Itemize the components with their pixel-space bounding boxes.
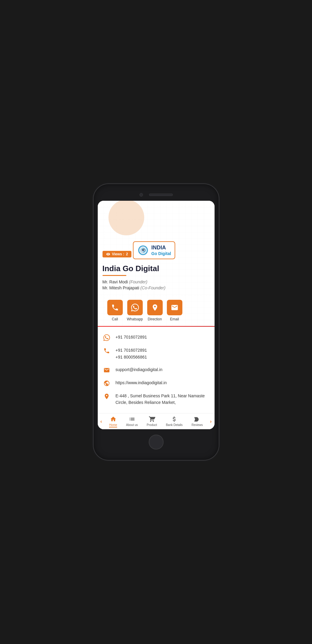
whatsapp-row: +91 7016072891 xyxy=(103,331,210,344)
nav-right-arrow[interactable]: › xyxy=(207,419,215,424)
website-icon xyxy=(103,379,111,387)
name-underline xyxy=(103,275,126,276)
nav-about[interactable]: About us xyxy=(125,416,139,427)
email-contact-icon xyxy=(103,366,111,373)
phone1: +91 7016072891 xyxy=(116,347,147,353)
phone-icon xyxy=(111,304,119,311)
bank-nav-icon xyxy=(171,416,178,422)
phone-numbers: +91 7016072891 +91 8000566861 xyxy=(116,347,147,360)
nav-home-label: Home xyxy=(109,423,117,427)
about-nav-icon xyxy=(129,416,135,422)
email-button[interactable] xyxy=(167,300,182,315)
logo-svg xyxy=(137,244,149,256)
header-section: Views : 2 INDIA Go Digital xyxy=(98,201,215,326)
email-label: Email xyxy=(170,317,179,321)
email-address: support@indiagodigital.in xyxy=(116,366,162,373)
call-button[interactable] xyxy=(107,300,123,315)
whatsapp-label: Whatsapp xyxy=(127,317,143,321)
eye-icon xyxy=(106,252,110,256)
email-icon xyxy=(171,304,178,311)
phone-speaker xyxy=(149,194,173,196)
call-action[interactable]: Call xyxy=(107,300,123,321)
whatsapp-contact-icon xyxy=(103,334,111,341)
whatsapp-icon xyxy=(131,304,139,311)
direction-action[interactable]: Direction xyxy=(147,300,163,321)
whatsapp-button[interactable] xyxy=(127,300,143,315)
nav-bank[interactable]: Bank Details xyxy=(165,416,184,427)
product-nav-icon xyxy=(149,416,155,422)
call-label: Call xyxy=(112,317,118,321)
bg-decoration xyxy=(108,201,144,235)
email-action[interactable]: Email xyxy=(167,300,182,321)
phone-contact-svg xyxy=(103,348,110,354)
phone-home-button[interactable] xyxy=(149,435,164,450)
bottom-nav: ‹ Home About us xyxy=(98,413,215,429)
address-row: E-448 , Sumel Business Park 11, Near Nam… xyxy=(103,390,210,409)
phone-device: Views : 2 INDIA Go Digital xyxy=(94,184,219,460)
action-buttons: Call Whatsapp xyxy=(103,295,210,326)
views-count: 2 xyxy=(126,252,128,256)
logo-text: INDIA Go Digital xyxy=(151,245,171,256)
screen-content: Views : 2 INDIA Go Digital xyxy=(98,201,215,429)
home-nav-icon xyxy=(110,416,117,422)
address-location-svg xyxy=(103,393,110,400)
nav-items: Home About us Product xyxy=(105,416,207,427)
company-logo: INDIA Go Digital xyxy=(133,241,175,259)
company-name: India Go Digital xyxy=(103,264,210,273)
svg-point-4 xyxy=(142,250,144,251)
founder2: Mr. Mitesh Prajapati (Co-Founder) xyxy=(103,285,210,290)
location-icon xyxy=(151,304,159,311)
nav-reviews[interactable]: Reviews xyxy=(190,416,204,427)
reviews-nav-icon xyxy=(194,416,201,422)
nav-left-arrow[interactable]: ‹ xyxy=(98,419,105,424)
nav-home[interactable]: Home xyxy=(108,416,118,427)
whatsapp-contact-svg xyxy=(103,334,110,341)
whatsapp-action[interactable]: Whatsapp xyxy=(127,300,143,321)
nav-bank-label: Bank Details xyxy=(166,423,183,427)
phone-screen: Views : 2 INDIA Go Digital xyxy=(98,201,215,429)
phone-top-bar xyxy=(98,190,215,201)
direction-label: Direction xyxy=(148,317,162,321)
contact-section: +91 7016072891 +91 7016072891 +91 800056… xyxy=(98,327,215,413)
website-url: https://www.indiagodigital.in xyxy=(116,379,167,386)
views-label: Views : xyxy=(112,252,124,256)
email-contact-svg xyxy=(103,367,110,373)
email-row: support@indiagodigital.in xyxy=(103,363,210,376)
nav-product-label: Product xyxy=(147,423,157,427)
phone-bottom xyxy=(98,429,215,451)
nav-about-label: About us xyxy=(126,423,138,427)
address-text: E-448 , Sumel Business Park 11, Near Nam… xyxy=(116,393,210,406)
phone-camera xyxy=(139,193,143,197)
direction-button[interactable] xyxy=(147,300,163,315)
website-row: https://www.indiagodigital.in xyxy=(103,376,210,390)
founder1: Mr. Ravi Modi (Founder) xyxy=(103,279,210,284)
nav-reviews-label: Reviews xyxy=(192,423,203,427)
globe-svg xyxy=(103,380,110,387)
whatsapp-number: +91 7016072891 xyxy=(116,334,147,340)
phone2: +91 8000566861 xyxy=(116,354,147,360)
phone-row: +91 7016072891 +91 8000566861 xyxy=(103,344,210,363)
nav-product[interactable]: Product xyxy=(145,416,158,427)
phone-contact-icon xyxy=(103,347,111,354)
views-badge: Views : 2 xyxy=(103,251,132,257)
address-icon xyxy=(103,393,111,400)
